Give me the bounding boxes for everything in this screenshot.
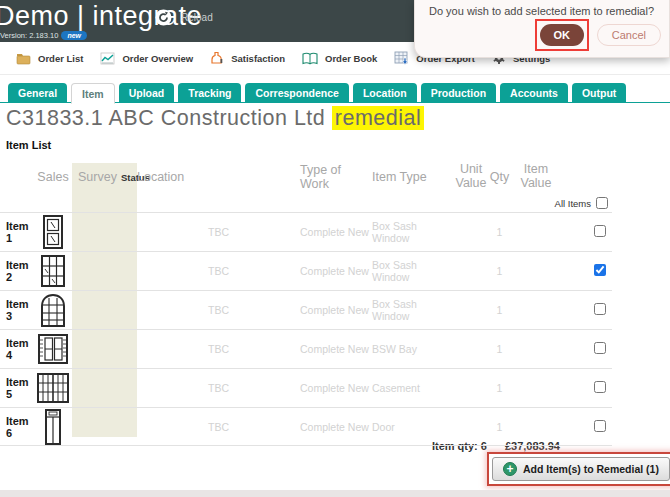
window-casement-icon [34,373,72,403]
tab-correspondence[interactable]: Correspondence [245,83,348,103]
remedial-highlight: remedial [332,106,424,130]
item-6-checkbox[interactable] [594,420,606,432]
window-bay-icon [34,334,72,364]
ok-annotation-box: OK [535,19,589,51]
col-header-item-type: Item Type [372,170,455,184]
tab-location[interactable]: Location [353,83,417,103]
table-row: Item 3 TBC Complete New Box Sash Window … [0,290,612,329]
tab-bar: General Item Upload Tracking Corresponde… [0,83,670,103]
col-header-unit-value: Unit Value [455,163,487,191]
toolbar-item-order-list[interactable]: Order List [16,52,83,65]
dialog-message: Do you wish to add selected item to reme… [429,5,663,17]
tab-general[interactable]: General [8,83,67,103]
window-grid-icon [34,255,72,287]
plus-icon: + [503,462,517,476]
book-icon [302,52,318,65]
remedial-confirm-dialog: Do you wish to add selected item to reme… [414,0,670,58]
col-header-qty: Qty [487,170,512,184]
col-header-survey: Survey [78,170,117,184]
item-3-checkbox[interactable] [594,303,606,315]
table-row: Item 6 TBC Complete New Door 1 [0,407,612,446]
all-items-label: All Items [555,198,591,209]
item-1-checkbox[interactable] [594,225,606,237]
add-remedial-button[interactable]: + Add Item(s) to Remedial (1) [492,457,670,481]
all-items-checkbox[interactable] [596,197,608,209]
table-row: Item 1 TBC Complete New Box Sash Window … [0,212,612,251]
col-header-item-value: Item Value [519,163,553,191]
toolbar-item-order-overview[interactable]: Order Overview [100,52,193,65]
cancel-button[interactable]: Cancel [597,24,661,46]
door-icon [34,409,72,445]
reload-label: Reload [181,12,213,23]
add-remedial-annotation-box: + Add Item(s) to Remedial (1) [487,452,670,486]
item-table: Sales Survey Status Location Type of Wor… [0,160,612,446]
version-label: Version: 2.183.10 new [0,31,87,40]
item-4-checkbox[interactable] [594,342,606,354]
item-list-heading: Item List [6,139,51,151]
ok-button[interactable]: OK [540,24,584,46]
tab-production[interactable]: Production [421,83,496,103]
new-badge: new [61,31,87,40]
reload-icon [155,9,172,26]
satisfaction-icon [210,51,224,65]
spreadsheet-export-icon [394,51,409,65]
page-title: C31833.1 ABC Construction Ltd remedial [6,106,424,131]
tab-output[interactable]: Output [572,83,626,103]
col-header-location: Location [137,170,300,184]
toolbar-item-satisfaction[interactable]: Satisfaction [210,51,285,65]
col-header-type-of-work: Type of Work [300,163,372,191]
tab-item[interactable]: Item [71,83,115,104]
folder-icon [16,52,31,65]
tab-tracking[interactable]: Tracking [178,83,241,103]
table-header-row: Sales Survey Status Location Type of Wor… [0,160,612,194]
table-row: Item 2 TBC Complete New Box Sash Window … [0,251,612,290]
reload-button[interactable]: Reload [155,9,213,26]
window-two-pane-icon [34,215,72,249]
all-items-row: All Items [0,194,612,212]
table-row: Item 4 TBC Complete New BSW Ba [0,329,612,368]
tab-upload[interactable]: Upload [119,83,175,103]
window-arched-icon [34,293,72,327]
col-header-sales: Sales [34,170,72,184]
item-5-checkbox[interactable] [594,381,606,393]
table-row: Item 5 TBC Complete New Casement 1 [0,368,612,407]
chart-icon [100,52,115,65]
item-2-checkbox[interactable] [594,264,606,276]
tab-accounts[interactable]: Accounts [500,83,568,103]
toolbar-item-order-book[interactable]: Order Book [302,52,377,65]
footer-bar [0,490,670,497]
